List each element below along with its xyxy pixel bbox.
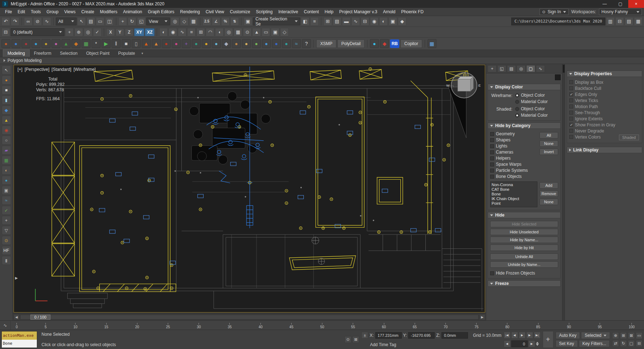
motion-path-checkbox[interactable]: Motion Path (569, 104, 640, 109)
vray-teapot-icon[interactable]: ● (1, 39, 10, 48)
unlink-selection-icon[interactable]: ⊘ (33, 17, 42, 26)
utilities-tab[interactable]: ∿ (536, 65, 545, 72)
rail-plus-icon[interactable]: + (2, 216, 11, 225)
display-panel-icon[interactable]: ▣ (271, 28, 279, 37)
corona-converter-icon[interactable]: ● (370, 39, 379, 48)
key-filters-button[interactable]: Key Filters... (579, 340, 610, 347)
rail-capsule-icon[interactable]: ▮ (2, 96, 11, 105)
minimize-button[interactable]: — (597, 0, 613, 8)
boat-icon[interactable]: ◆ (222, 39, 231, 48)
select-and-scale-icon[interactable]: ◱ (137, 17, 146, 26)
hide-selected-button[interactable]: Hide Selected (490, 221, 558, 227)
polydetail-button[interactable]: PolyDetail (337, 39, 365, 48)
menu-interactive[interactable]: Interactive (275, 8, 301, 16)
ribbon-overflow-icon[interactable]: ▾ (142, 52, 143, 55)
link-display-header[interactable]: Link Display (567, 147, 642, 153)
align-icon[interactable]: ≡ (310, 17, 319, 26)
play-script-icon[interactable]: ▶ (102, 39, 111, 48)
set-key-button[interactable]: Set Key (556, 340, 578, 347)
set-current-layer-icon[interactable]: ✓ (93, 28, 102, 37)
maximize-viewport-icon[interactable]: ▢ (628, 340, 635, 347)
curve-editor-icon[interactable]: ∿ (351, 17, 360, 26)
zoom-region-icon[interactable]: ▭ (636, 332, 643, 339)
menu-project-manager[interactable]: Project Manager v.3 (336, 8, 380, 16)
key-mode-dropdown[interactable]: Selected (581, 332, 610, 339)
axis-constraint-xz-button[interactable]: XZ (145, 28, 155, 36)
xsmp-button[interactable]: XSMP (316, 39, 336, 48)
wireframe-object-color-radio[interactable] (515, 93, 519, 97)
kitchen-icon[interactable]: ● (242, 39, 251, 48)
select-and-manipulate-icon[interactable]: ◇ (180, 17, 189, 26)
window-crossing-icon[interactable]: ◫ (105, 17, 114, 26)
ocean-wave-icon[interactable]: ≈ (292, 39, 301, 48)
current-frame-field[interactable]: 0 (511, 340, 528, 347)
menu-phoenix-fd[interactable]: Phoenix FD (398, 8, 426, 16)
track-bar[interactable]: ∿ 05101520253035404550556065707580859095… (0, 320, 644, 330)
menu-civil-view[interactable]: Civil View (203, 8, 227, 16)
modify-tab[interactable]: ◱ (497, 65, 506, 72)
panel-scrollbar[interactable] (562, 64, 565, 320)
coord-y-field[interactable]: -16270.695 (408, 332, 435, 339)
select-objects-in-layer-icon[interactable]: ◎ (84, 28, 92, 37)
selection-lock-toggle[interactable]: ⊠ (352, 336, 359, 343)
wireframe-material-color-radio[interactable] (515, 100, 519, 104)
go-to-start-button[interactable]: |◀ (504, 332, 511, 339)
render-setup-icon[interactable]: ◐ (379, 17, 388, 26)
flame-icon[interactable]: ▲ (142, 39, 151, 48)
sign-in-button[interactable]: ⊙ Sign In (540, 9, 569, 15)
previous-key-button[interactable]: ◀ (511, 332, 518, 339)
display-as-box-checkbox[interactable]: Display as Box (569, 79, 640, 85)
zoom-extents-icon[interactable]: ⊠ (628, 332, 635, 339)
viewcube-east-label[interactable]: E (478, 83, 481, 87)
keyboard-shortcut-override-icon[interactable]: ▦ (189, 17, 198, 26)
forest-pack-icon[interactable]: ▲ (62, 39, 70, 48)
shaded-toggle-button[interactable]: Shaded (619, 135, 639, 140)
recent-files-icon[interactable]: ▤ (625, 17, 633, 26)
trash-icon[interactable]: ▯ (132, 39, 141, 48)
mini-curve-editor-icon[interactable]: ∿ (0, 321, 11, 330)
snowflake-icon[interactable]: * (92, 39, 101, 48)
walkthrough-icon[interactable]: ▲ (252, 28, 261, 37)
list-item-bone[interactable]: Bone (492, 192, 536, 196)
menu-edit[interactable]: Edit (15, 8, 28, 16)
fire-icon[interactable]: ▲ (152, 39, 161, 48)
percent-snap-icon[interactable]: % (221, 17, 230, 26)
hide-header[interactable]: Hide (488, 212, 561, 218)
unhide-by-name-button[interactable]: Unhide by Name... (490, 261, 558, 268)
bind-to-space-warp-icon[interactable]: ∿ (43, 17, 51, 26)
menu-tools[interactable]: Tools (28, 8, 44, 16)
hbc-add-button[interactable]: Add (540, 182, 558, 189)
rail-shade-icon[interactable]: ▰ (2, 146, 11, 155)
absolute-mode-icon[interactable]: ± (361, 332, 368, 339)
leaf-icon[interactable]: ● (252, 39, 261, 48)
hierarchy-tab[interactable]: ▤ (507, 65, 516, 72)
hbc-list-none-button[interactable]: None (540, 199, 558, 205)
adaptive-degradation-icon[interactable]: ◇ (280, 28, 289, 37)
viewcube-west-label[interactable]: W (446, 83, 450, 87)
tab-modeling[interactable]: Modeling (3, 49, 30, 57)
previous-frame-button[interactable]: ◀ (504, 340, 511, 347)
scene-explorer-icon[interactable]: ⊞ (323, 17, 332, 26)
perspective-viewport[interactable]: W E [+][Perspective][Standard][Wireframe… (14, 65, 485, 312)
slider-left-arrow[interactable]: ◀ (14, 314, 19, 320)
schematic-view-icon[interactable]: ⊟ (361, 17, 369, 26)
select-by-name-icon[interactable]: ▤ (87, 17, 95, 26)
menu-help[interactable]: Help (322, 8, 336, 16)
isolate-selection-toggle[interactable]: ⊙ (345, 336, 351, 343)
never-degrade-checkbox[interactable]: Never Degrade (569, 128, 640, 134)
rail-panel-icon[interactable]: ▣ (2, 186, 11, 195)
viewport-canvas[interactable]: W E (14, 65, 485, 312)
menu-rendering[interactable]: Rendering (177, 8, 203, 16)
add-time-tag-button[interactable]: Add Time Tag (370, 342, 396, 347)
paint-bucket-icon[interactable]: ● (172, 39, 181, 48)
hbc-none-button[interactable]: None (540, 140, 558, 147)
rectangular-selection-region-icon[interactable]: ▭ (96, 17, 104, 26)
help-icon[interactable]: ? (302, 39, 311, 48)
asset-tracking-icon[interactable]: ⊟ (615, 17, 624, 26)
hbc-all-button[interactable]: All (540, 132, 558, 139)
selection-filter-dropdown[interactable]: All (56, 18, 77, 25)
pivot-center-icon[interactable]: ◎ (224, 28, 233, 37)
viewport-layout-icon[interactable]: ⊟ (636, 340, 643, 347)
viewport-layout-tab-arrow[interactable]: ▶ (15, 276, 18, 280)
phoenix-sim-icon[interactable]: ● (282, 39, 291, 48)
